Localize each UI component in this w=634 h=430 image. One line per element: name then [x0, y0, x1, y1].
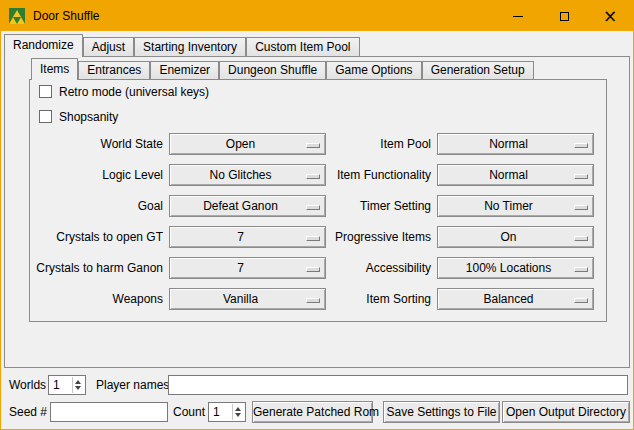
save-settings-button[interactable]: Save Settings to File	[383, 401, 500, 423]
worlds-spinbox[interactable]: 1	[48, 375, 86, 395]
sub-tab-bar: Items Entrances Enemizer Dungeon Shuffle…	[31, 58, 534, 80]
main-tab-bar: Randomize Adjust Starting Inventory Cust…	[4, 34, 360, 57]
dropdown-indicator-icon	[574, 298, 588, 303]
dropdown-indicator-icon	[306, 174, 320, 179]
goal-label: Goal	[9, 195, 163, 217]
tab-enemizer[interactable]: Enemizer	[150, 61, 219, 80]
worlds-spinner	[72, 377, 84, 393]
retro-mode-checkbox-box[interactable]	[39, 85, 52, 98]
tab-items[interactable]: Items	[31, 58, 78, 80]
minimize-icon	[513, 16, 523, 17]
dropdown-indicator-icon	[574, 267, 588, 272]
retro-mode-checkbox[interactable]: Retro mode (universal keys)	[39, 84, 209, 99]
timer-setting-dropdown[interactable]: No Timer	[437, 195, 594, 217]
worlds-spinner-up-icon[interactable]	[75, 380, 81, 384]
dropdown-indicator-icon	[574, 143, 588, 148]
shopsanity-checkbox[interactable]: Shopsanity	[39, 109, 118, 124]
item-pool-dropdown[interactable]: Normal	[437, 133, 594, 155]
worlds-spinner-down-icon[interactable]	[75, 386, 81, 390]
progressive-items-label: Progressive Items	[327, 226, 431, 248]
player-names-label: Player names	[96, 375, 169, 395]
dropdown-indicator-icon	[306, 236, 320, 241]
dropdown-indicator-icon	[574, 236, 588, 241]
dropdown-indicator-icon	[306, 143, 320, 148]
weapons-dropdown[interactable]: Vanilla	[169, 288, 326, 310]
crystals-open-gt-dropdown[interactable]: 7	[169, 226, 326, 248]
tab-dungeon-shuffle[interactable]: Dungeon Shuffle	[219, 61, 326, 80]
logic-level-label: Logic Level	[9, 164, 163, 186]
count-spinbox[interactable]: 1	[208, 402, 246, 422]
item-sorting-label: Item Sorting	[327, 288, 431, 310]
tab-custom-item-pool[interactable]: Custom Item Pool	[246, 37, 359, 57]
retro-mode-label: Retro mode (universal keys)	[59, 85, 209, 99]
generate-patched-rom-button[interactable]: Generate Patched Rom	[252, 401, 373, 423]
dropdown-indicator-icon	[306, 205, 320, 210]
crystals-open-gt-label: Crystals to open GT	[9, 226, 163, 248]
item-pool-label: Item Pool	[327, 133, 431, 155]
tab-adjust[interactable]: Adjust	[83, 37, 134, 57]
window-title: Door Shuffle	[33, 1, 100, 31]
tab-starting-inventory[interactable]: Starting Inventory	[134, 37, 246, 57]
item-sorting-dropdown[interactable]: Balanced	[437, 288, 594, 310]
count-spinner	[232, 404, 244, 420]
tab-entrances[interactable]: Entrances	[78, 61, 150, 80]
maximize-icon	[560, 12, 569, 21]
minimize-button[interactable]	[495, 1, 541, 31]
goal-dropdown[interactable]: Defeat Ganon	[169, 195, 326, 217]
worlds-label: Worlds	[9, 375, 46, 395]
tab-game-options[interactable]: Game Options	[326, 61, 421, 80]
open-output-directory-button[interactable]: Open Output Directory	[502, 401, 630, 423]
tab-randomize[interactable]: Randomize	[4, 34, 83, 57]
accessibility-label: Accessibility	[327, 257, 431, 279]
player-names-input[interactable]	[168, 375, 628, 395]
maximize-button[interactable]	[541, 1, 587, 31]
count-label: Count	[173, 402, 205, 422]
count-spinner-up-icon[interactable]	[235, 407, 241, 411]
seed-input[interactable]	[50, 402, 168, 422]
app-icon	[9, 8, 25, 24]
dropdown-indicator-icon	[306, 298, 320, 303]
door-shuffle-window: Door Shuffle × Randomize Adjust Starting…	[0, 0, 634, 430]
world-state-label: World State	[9, 133, 163, 155]
item-functionality-dropdown[interactable]: Normal	[437, 164, 594, 186]
crystals-harm-ganon-label: Crystals to harm Ganon	[9, 257, 163, 279]
dropdown-indicator-icon	[306, 267, 320, 272]
title-bar[interactable]: Door Shuffle ×	[1, 1, 633, 31]
close-icon: ×	[603, 8, 617, 25]
logic-level-dropdown[interactable]: No Glitches	[169, 164, 326, 186]
weapons-label: Weapons	[9, 288, 163, 310]
shopsanity-checkbox-box[interactable]	[39, 110, 52, 123]
dropdown-indicator-icon	[574, 174, 588, 179]
dropdown-indicator-icon	[574, 205, 588, 210]
count-spinner-down-icon[interactable]	[235, 413, 241, 417]
item-functionality-label: Item Functionality	[327, 164, 431, 186]
shopsanity-label: Shopsanity	[59, 110, 118, 124]
tab-generation-setup[interactable]: Generation Setup	[422, 61, 534, 80]
timer-setting-label: Timer Setting	[327, 195, 431, 217]
seed-label: Seed #	[9, 402, 47, 422]
accessibility-dropdown[interactable]: 100% Locations	[437, 257, 594, 279]
world-state-dropdown[interactable]: Open	[169, 133, 326, 155]
progressive-items-dropdown[interactable]: On	[437, 226, 594, 248]
crystals-harm-ganon-dropdown[interactable]: 7	[169, 257, 326, 279]
close-button[interactable]: ×	[587, 1, 633, 31]
